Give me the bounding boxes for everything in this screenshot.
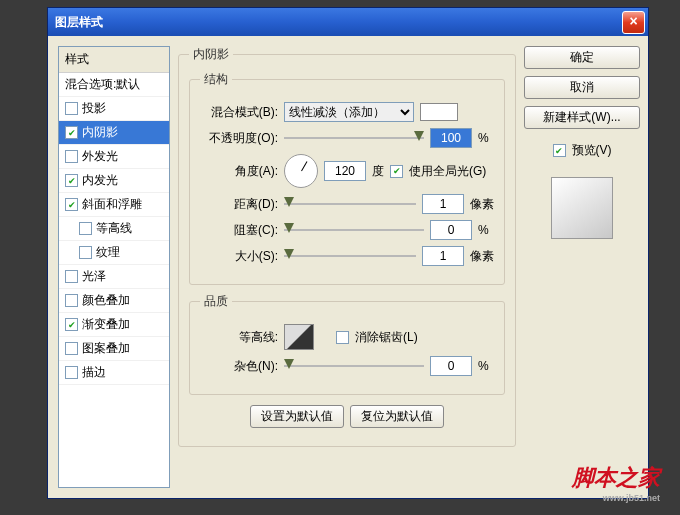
style-checkbox[interactable] (65, 342, 78, 355)
style-label: 外发光 (82, 148, 118, 165)
make-default-button[interactable]: 设置为默认值 (250, 405, 344, 428)
style-checkbox[interactable] (65, 150, 78, 163)
style-item-9[interactable]: 颜色叠加 (59, 289, 169, 313)
angle-input[interactable] (324, 161, 366, 181)
style-checkbox[interactable] (65, 366, 78, 379)
size-label: 大小(S): (200, 248, 278, 265)
style-item-7[interactable]: 纹理 (59, 241, 169, 265)
size-input[interactable] (422, 246, 464, 266)
distance-input[interactable] (422, 194, 464, 214)
global-light-checkbox[interactable] (390, 165, 403, 178)
right-panel: 确定 取消 新建样式(W)... 预览(V) (524, 46, 640, 488)
opacity-input[interactable] (430, 128, 472, 148)
style-label: 内发光 (82, 172, 118, 189)
ok-button[interactable]: 确定 (524, 46, 640, 69)
global-light-label: 使用全局光(G) (409, 163, 486, 180)
size-unit: 像素 (470, 248, 494, 265)
opacity-label: 不透明度(O): (200, 130, 278, 147)
angle-dial[interactable] (284, 154, 318, 188)
style-item-12[interactable]: 描边 (59, 361, 169, 385)
style-label: 纹理 (96, 244, 120, 261)
opacity-slider[interactable] (284, 131, 424, 145)
distance-slider[interactable] (284, 197, 416, 211)
effect-panel: 内阴影 结构 混合模式(B): 线性减淡（添加） 不透明度(O): % 角度(A… (178, 46, 516, 447)
style-item-2[interactable]: 内阴影 (59, 121, 169, 145)
styles-header: 样式 (59, 47, 169, 73)
style-label: 混合选项:默认 (65, 76, 140, 93)
antialias-label: 消除锯齿(L) (355, 329, 418, 346)
watermark: 脚本之家 www.jb51.net (572, 463, 660, 503)
contour-label: 等高线: (200, 329, 278, 346)
style-checkbox[interactable] (79, 246, 92, 259)
titlebar[interactable]: 图层样式 × (48, 8, 648, 36)
style-label: 光泽 (82, 268, 106, 285)
cancel-button[interactable]: 取消 (524, 76, 640, 99)
choke-slider[interactable] (284, 223, 424, 237)
blend-mode-select[interactable]: 线性减淡（添加） (284, 102, 414, 122)
shadow-color-swatch[interactable] (420, 103, 458, 121)
styles-list: 样式 混合选项:默认投影内阴影外发光内发光斜面和浮雕等高线纹理光泽颜色叠加渐变叠… (58, 46, 170, 488)
distance-label: 距离(D): (200, 196, 278, 213)
style-item-8[interactable]: 光泽 (59, 265, 169, 289)
style-checkbox[interactable] (65, 270, 78, 283)
size-slider[interactable] (284, 249, 416, 263)
style-checkbox[interactable] (65, 318, 78, 331)
layer-style-dialog: 图层样式 × 样式 混合选项:默认投影内阴影外发光内发光斜面和浮雕等高线纹理光泽… (47, 7, 649, 499)
style-item-10[interactable]: 渐变叠加 (59, 313, 169, 337)
preview-checkbox[interactable] (553, 144, 566, 157)
style-label: 等高线 (96, 220, 132, 237)
style-label: 渐变叠加 (82, 316, 130, 333)
preview-label: 预览(V) (572, 142, 612, 159)
new-style-button[interactable]: 新建样式(W)... (524, 106, 640, 129)
preview-swatch (551, 177, 613, 239)
style-item-0[interactable]: 混合选项:默认 (59, 73, 169, 97)
style-checkbox[interactable] (65, 174, 78, 187)
style-label: 投影 (82, 100, 106, 117)
style-item-1[interactable]: 投影 (59, 97, 169, 121)
style-label: 内阴影 (82, 124, 118, 141)
style-label: 颜色叠加 (82, 292, 130, 309)
dialog-title: 图层样式 (51, 14, 622, 31)
contour-picker[interactable] (284, 324, 314, 350)
style-label: 图案叠加 (82, 340, 130, 357)
effect-title: 内阴影 (189, 46, 233, 63)
structure-group: 结构 混合模式(B): 线性减淡（添加） 不透明度(O): % 角度(A): 度… (189, 71, 505, 285)
choke-unit: % (478, 223, 489, 237)
antialias-checkbox[interactable] (336, 331, 349, 344)
style-item-11[interactable]: 图案叠加 (59, 337, 169, 361)
structure-title: 结构 (200, 71, 232, 88)
style-checkbox[interactable] (65, 126, 78, 139)
style-item-4[interactable]: 内发光 (59, 169, 169, 193)
style-label: 斜面和浮雕 (82, 196, 142, 213)
style-item-3[interactable]: 外发光 (59, 145, 169, 169)
choke-input[interactable] (430, 220, 472, 240)
quality-group: 品质 等高线: 消除锯齿(L) 杂色(N): % (189, 293, 505, 395)
opacity-unit: % (478, 131, 489, 145)
style-label: 描边 (82, 364, 106, 381)
reset-default-button[interactable]: 复位为默认值 (350, 405, 444, 428)
noise-label: 杂色(N): (200, 358, 278, 375)
style-checkbox[interactable] (79, 222, 92, 235)
style-item-5[interactable]: 斜面和浮雕 (59, 193, 169, 217)
style-checkbox[interactable] (65, 294, 78, 307)
noise-unit: % (478, 359, 489, 373)
choke-label: 阻塞(C): (200, 222, 278, 239)
quality-title: 品质 (200, 293, 232, 310)
angle-unit: 度 (372, 163, 384, 180)
angle-label: 角度(A): (200, 163, 278, 180)
distance-unit: 像素 (470, 196, 494, 213)
style-checkbox[interactable] (65, 198, 78, 211)
style-item-6[interactable]: 等高线 (59, 217, 169, 241)
style-checkbox[interactable] (65, 102, 78, 115)
blend-mode-label: 混合模式(B): (200, 104, 278, 121)
noise-input[interactable] (430, 356, 472, 376)
noise-slider[interactable] (284, 359, 424, 373)
close-button[interactable]: × (622, 11, 645, 34)
